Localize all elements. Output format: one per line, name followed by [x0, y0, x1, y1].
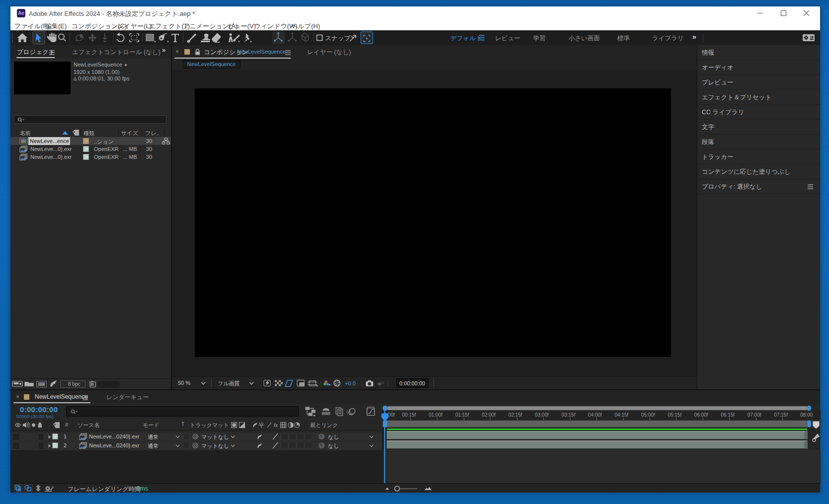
svg-text:+0.0: +0.0: [345, 380, 356, 386]
svg-text:8 bpc: 8 bpc: [68, 381, 80, 387]
svg-text:fx: fx: [274, 423, 278, 428]
